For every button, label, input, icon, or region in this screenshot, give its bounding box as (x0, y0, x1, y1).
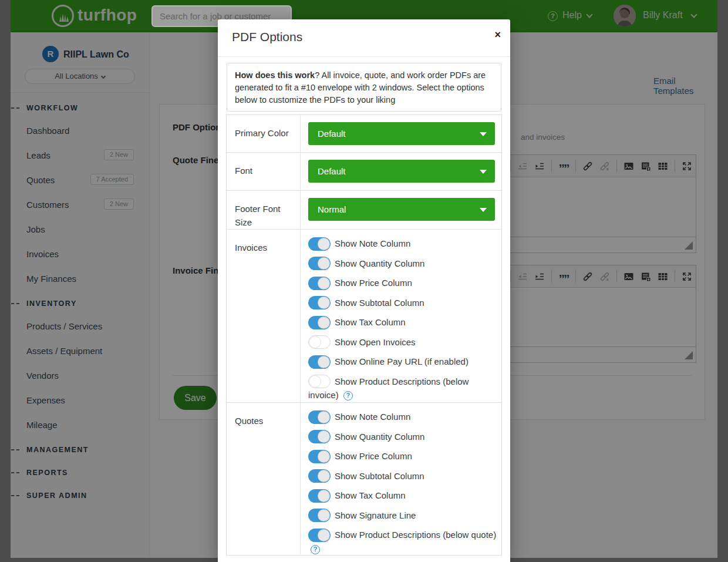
invoice-toggle-row: Show Price Column (308, 276, 498, 290)
toggle-show-subtotal-column[interactable] (308, 296, 331, 309)
primary-color-select[interactable]: Default (308, 122, 495, 145)
footer-font-size-label: Footer Font Size (227, 191, 301, 229)
caret-down-icon (480, 208, 487, 212)
caret-down-icon (480, 170, 487, 174)
invoice-toggle-row: Show Tax Column (308, 315, 498, 329)
toggle-show-price-column[interactable] (308, 277, 331, 290)
toggle-show-tax-column[interactable] (308, 316, 331, 329)
quotes-options-row: Quotes Show Note Column Show Quantity Co… (227, 403, 501, 554)
footer-font-size-row: Footer Font Size Normal (227, 191, 501, 230)
help-tooltip-icon[interactable]: ? (311, 545, 320, 554)
primary-color-row: Primary Color Default (227, 115, 501, 153)
close-icon[interactable]: × (494, 29, 501, 40)
modal-info-box: How does this work? All invoice, quote, … (227, 63, 501, 112)
quote-toggle-row: Show Quantity Column (308, 430, 498, 444)
toggle-show-price-column-quote[interactable] (308, 450, 331, 463)
quote-toggle-row: Show Price Column (308, 449, 498, 463)
toggle-show-note-column-quote[interactable] (308, 410, 331, 424)
toggle-show-open-invoices[interactable] (308, 335, 331, 349)
invoice-toggle-row: Show Subtotal Column (308, 296, 498, 310)
invoice-toggle-row: Show Product Descriptions (below invoice… (308, 375, 498, 402)
font-select[interactable]: Default (308, 160, 495, 183)
toggle-show-product-descriptions-invoice[interactable] (308, 375, 331, 388)
invoices-options-row: Invoices Show Note Column Show Quantity … (227, 230, 501, 403)
quote-toggle-row: Show Subtotal Column (308, 469, 498, 483)
invoice-toggle-row: Show Open Invoices (308, 335, 498, 349)
toggle-show-note-column[interactable] (308, 237, 331, 251)
quote-toggle-row: Show Product Descriptions (below quote) … (308, 528, 498, 556)
font-label: Font (227, 153, 301, 190)
caret-down-icon (480, 132, 487, 136)
quote-toggle-row: Show Tax Column (308, 489, 498, 503)
modal-title: PDF Options (232, 30, 302, 44)
invoice-toggle-row: Show Note Column (308, 237, 498, 251)
quote-toggle-row: Show Note Column (308, 410, 498, 424)
invoice-toggle-row: Show Online Pay URL (if enabled) (308, 355, 498, 369)
modal-options-table: Primary Color Default Font Default Foote… (226, 115, 502, 556)
quote-toggle-row: Show Signature Line (308, 509, 498, 523)
toggle-show-tax-column-quote[interactable] (308, 489, 331, 503)
invoices-label: Invoices (227, 230, 301, 402)
primary-color-label: Primary Color (227, 115, 301, 152)
toggle-show-subtotal-column-quote[interactable] (308, 469, 331, 483)
font-row: Font Default (227, 153, 501, 191)
footer-font-size-select[interactable]: Normal (308, 198, 495, 221)
toggle-show-signature-line[interactable] (308, 509, 331, 522)
help-tooltip-icon[interactable]: ? (343, 391, 353, 401)
pdf-options-modal: PDF Options × How does this work? All in… (218, 19, 510, 562)
modal-header: PDF Options × (218, 19, 510, 57)
toggle-show-online-pay-url[interactable] (308, 355, 331, 369)
invoice-toggle-row: Show Quantity Column (308, 257, 498, 271)
toggle-show-quantity-column-quote[interactable] (308, 430, 331, 443)
toggle-show-product-descriptions-quote[interactable] (308, 529, 331, 542)
toggle-show-quantity-column[interactable] (308, 257, 331, 270)
quotes-label: Quotes (227, 403, 301, 554)
